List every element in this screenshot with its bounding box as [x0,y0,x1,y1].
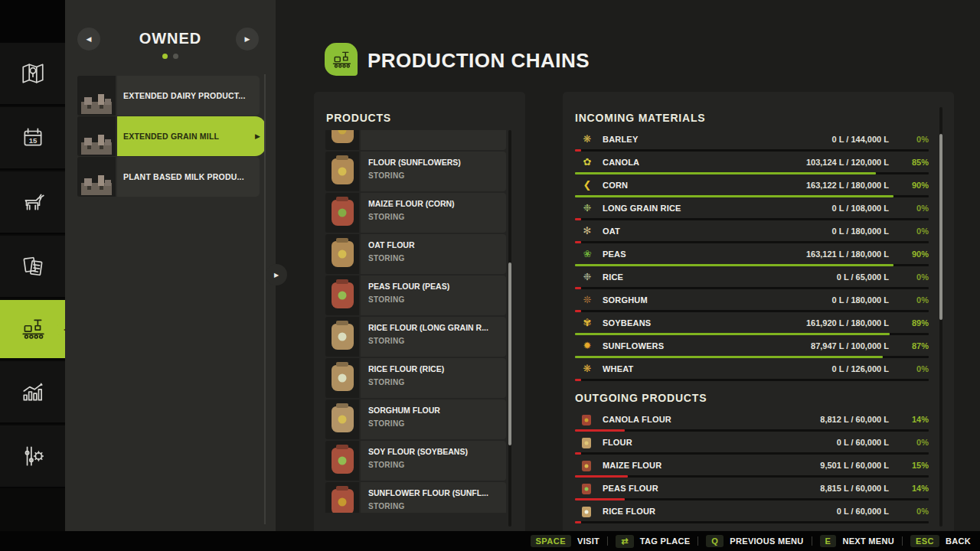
product-list-item[interactable]: SUNFLOWER FLOUR (SUNFL... STORING [325,482,506,513]
product-status: STORING [368,213,498,221]
flour-sack-icon [332,241,354,267]
sidebar-item-map[interactable] [0,43,65,106]
sidebar-item-production[interactable] [0,300,65,360]
sidebar-item-prices[interactable] [0,236,65,298]
long-grain-rice-icon: ❉ [581,202,593,214]
owned-building-item[interactable]: EXTENDED GRAIN MILL ▶ [77,116,260,156]
q-key: Q [706,535,724,547]
material-row: FLOUR 0 L / 60,000 L 0% [575,435,929,458]
sidebar-item-statistics[interactable] [0,361,65,424]
material-progress-fill [575,218,581,220]
products-panel: PRODUCTS STORING FLOUR (SUNFLOWERS) STOR… [314,92,525,536]
hotkey-separator [902,536,903,546]
material-progress-track [575,429,929,432]
product-list-item[interactable]: FLOUR (SUNFLOWERS) STORING [325,152,506,191]
materials-scrollbar-thumb[interactable] [939,134,942,320]
material-amount: 0 L / 144,000 L [832,135,889,144]
materials-panel: INCOMING MATERIALS ❋ BARLEY 0 L / 144,00… [563,92,954,536]
material-amount: 163,122 L / 180,000 L [806,181,889,190]
material-amount: 103,124 L / 120,000 L [806,158,889,167]
product-list-item[interactable]: RICE FLOUR (RICE) STORING [325,358,506,398]
material-progress-track [575,356,929,358]
material-progress-fill [575,195,893,197]
map-icon [20,60,46,86]
material-progress-fill [575,149,581,152]
hotkey-separator [697,536,698,546]
material-amount: 0 L / 180,000 L [832,227,889,236]
esc-key: ESC [910,535,939,547]
material-row: PEAS FLOUR 8,815 L / 60,000 L 14% [575,481,929,504]
owned-panel: ◀ ▶ OWNED EXTENDED DAIRY PRODUCT... [65,0,276,531]
products-scrollbar-thumb[interactable] [508,262,511,445]
material-percent: 15% [912,461,929,470]
material-percent: 14% [912,484,929,493]
product-thumbnail [325,482,359,513]
material-progress-track [575,498,929,500]
svg-text:15: 15 [28,136,37,145]
hotkey-next-menu: E NEXT MENU [820,535,894,547]
material-percent: 85% [912,158,929,167]
panel-expand-arrow[interactable]: ▶ [266,264,287,285]
material-name: RICE [603,272,623,282]
owned-building-item[interactable]: EXTENDED DAIRY PRODUCT... [77,76,260,116]
products-header: PRODUCTS [326,112,391,124]
barley-icon: ❋ [581,133,593,145]
sidebar-item-animals[interactable] [0,171,65,234]
material-progress-fill [575,429,625,432]
hotkey-previous-menu: Q PREVIOUS MENU [706,535,803,547]
product-thumbnail [325,276,359,315]
product-list-item[interactable]: RICE FLOUR (LONG GRAIN R... STORING [325,317,506,357]
material-name: WHEAT [603,364,634,373]
material-name: RICE FLOUR [603,507,655,516]
product-list-item[interactable]: SORGHUM FLOUR STORING [325,399,506,439]
material-progress-track [575,149,929,152]
flour-sack-icon [582,438,591,448]
main-sidebar: 15 ◂ [0,0,65,531]
material-progress-fill [575,521,581,523]
calendar-icon: 15 [20,125,46,151]
incoming-materials-header: INCOMING MATERIALS [575,112,705,124]
material-row: RICE FLOUR 0 L / 60,000 L 0% [575,504,929,527]
flour-sack-icon [332,365,354,391]
product-thumbnail [325,193,359,233]
material-progress-track [575,475,929,478]
material-progress-fill [575,310,581,312]
hotkey-bar: SPACE VISIT ⇄ TAG PLACE Q PREVIOUS MENU … [0,531,980,551]
product-list-item[interactable]: OAT FLOUR STORING [325,234,506,274]
building-label: EXTENDED GRAIN MILL [123,132,219,141]
product-list: STORING FLOUR (SUNFLOWERS) STORING MAIZE… [325,130,506,513]
material-name: PEAS FLOUR [603,484,658,493]
settings-icon [20,443,46,469]
product-list-item[interactable]: STORING [325,130,506,150]
material-name: SUNFLOWERS [603,341,664,350]
building-thumbnail [77,157,116,197]
page-title: PRODUCTION CHAINS [368,49,590,73]
product-thumbnail [325,399,359,439]
sidebar-item-calendar[interactable]: 15 [0,107,65,170]
peas-flour-sack-icon [582,484,591,494]
material-percent: 89% [912,318,929,328]
material-amount: 8,815 L / 60,000 L [820,484,889,493]
owned-building-item[interactable]: PLANT BASED MILK PRODU... [77,157,260,197]
peas-icon: ❀ [581,248,593,260]
sidebar-item-settings[interactable] [0,425,65,488]
space-key: SPACE [531,535,572,547]
product-name: SORGHUM FLOUR [368,406,498,415]
product-name: PEAS FLOUR (PEAS) [368,282,498,291]
material-amount: 161,920 L / 180,000 L [806,318,889,328]
material-progress-track [575,195,929,197]
product-list-item[interactable]: PEAS FLOUR (PEAS) STORING [325,276,506,315]
product-list-item[interactable]: MAIZE FLOUR (CORN) STORING [325,193,506,233]
product-status: STORING [368,502,498,510]
material-progress-fill [575,498,625,500]
material-row: MAIZE FLOUR 9,501 L / 60,000 L 15% [575,458,929,481]
material-percent: 0% [916,295,929,305]
material-progress-fill [575,333,890,335]
owned-scrollbar[interactable] [264,74,266,524]
production-chains-icon [325,43,358,76]
production-chain-icon [20,316,46,342]
page-dot [173,54,178,59]
material-percent: 0% [916,135,929,144]
documents-icon [20,253,46,279]
product-list-item[interactable]: SOY FLOUR (SOYBEANS) STORING [325,441,506,481]
